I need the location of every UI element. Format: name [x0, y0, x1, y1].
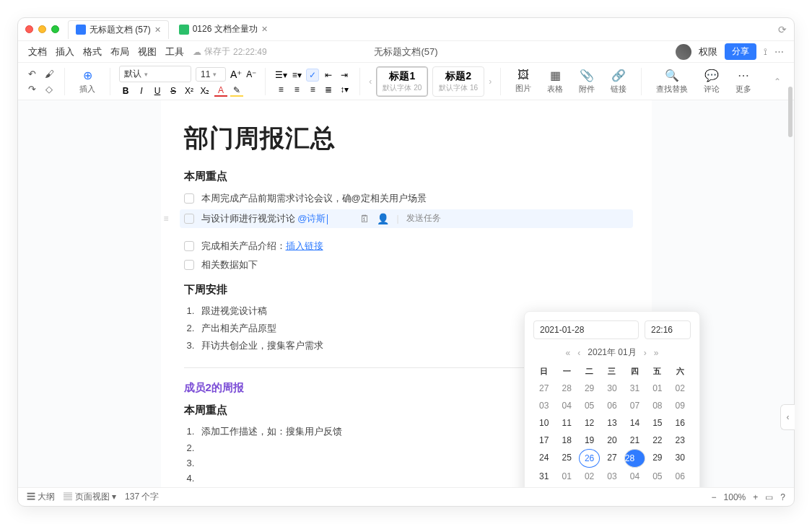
find-replace-button[interactable]: 🔍查找替换 — [650, 69, 694, 95]
calendar-day[interactable]: 24 — [533, 449, 554, 468]
calendar-day[interactable]: 25 — [556, 449, 577, 468]
indent-decrease-icon[interactable]: ⇤ — [322, 70, 335, 80]
style-prev-icon[interactable]: ‹ — [369, 77, 372, 87]
calendar-day[interactable]: 03 — [601, 468, 622, 485]
calendar-day[interactable]: 20 — [601, 432, 622, 449]
underline-button[interactable]: U — [151, 86, 164, 96]
calendar-day[interactable]: 08 — [647, 397, 668, 414]
calendar-day[interactable]: 29 — [579, 380, 600, 397]
calendar-day[interactable]: 22 — [647, 432, 668, 449]
menu-view[interactable]: 视图 — [138, 45, 157, 58]
calendar-day[interactable]: 26 — [579, 449, 600, 468]
calendar-day[interactable]: 29 — [647, 449, 668, 468]
link-button[interactable]: 🔗链接 — [605, 69, 632, 95]
indent-increase-icon[interactable]: ⇥ — [338, 70, 351, 80]
align-center-icon[interactable]: ≡ — [290, 84, 303, 95]
font-increase-icon[interactable]: A⁺ — [230, 69, 242, 80]
minimize-window[interactable] — [38, 25, 46, 33]
calendar-day[interactable]: 02 — [670, 380, 691, 397]
tab-close-icon[interactable]: ✕ — [261, 25, 268, 34]
align-left-icon[interactable]: ≡ — [274, 84, 287, 95]
menu-format[interactable]: 格式 — [83, 45, 102, 58]
calendar-day[interactable]: 15 — [647, 414, 668, 432]
calendar-day[interactable]: 12 — [579, 414, 600, 432]
assignee-icon[interactable]: 👤 — [377, 213, 389, 224]
comment-button[interactable]: 💬评论 — [698, 69, 725, 95]
style-next-icon[interactable]: › — [489, 77, 492, 87]
italic-button[interactable]: I — [135, 86, 148, 96]
more-icon[interactable]: ⋯ — [774, 46, 784, 57]
calendar-day[interactable]: 01 — [647, 380, 668, 397]
image-button[interactable]: 🖼图片 — [510, 69, 537, 94]
close-window[interactable] — [25, 25, 33, 33]
calendar-day[interactable]: 06 — [670, 468, 691, 485]
scrollbar-thumb[interactable] — [788, 87, 793, 137]
undo-icon[interactable]: ↶ — [25, 67, 38, 80]
menu-insert[interactable]: 插入 — [56, 45, 74, 58]
calendar-day[interactable]: 30 — [601, 380, 622, 397]
style-heading2[interactable]: 标题2默认字体 16 — [432, 66, 484, 97]
font-size-select[interactable]: 11▾ — [196, 67, 226, 82]
calendar-day[interactable]: 04 — [556, 397, 577, 414]
share-button[interactable]: 分享 — [725, 43, 756, 60]
tab-close-icon[interactable]: ✕ — [154, 25, 161, 35]
attachment-button[interactable]: 📎附件 — [573, 69, 601, 95]
zoom-out-icon[interactable]: − — [712, 492, 717, 502]
date-input[interactable]: 2021-01-28 — [533, 320, 639, 339]
calendar-day[interactable]: 21 — [624, 432, 645, 449]
calendar-day[interactable]: 01 — [556, 468, 577, 485]
align-justify-icon[interactable]: ≣ — [322, 84, 335, 95]
collapse-toolbar-icon[interactable]: ⌃ — [768, 77, 787, 87]
refresh-icon[interactable]: ⟳ — [778, 24, 787, 35]
calendar-day[interactable]: 17 — [533, 432, 554, 449]
highlight-button[interactable]: ✎ — [230, 85, 243, 97]
outline-toggle[interactable]: ☰ 大纲 — [27, 491, 55, 503]
calendar-day[interactable]: 28 — [556, 380, 577, 397]
menu-file[interactable]: 文档 — [28, 45, 47, 58]
checkbox[interactable] — [184, 214, 194, 224]
calendar-day[interactable]: 13 — [601, 414, 622, 432]
permissions-button[interactable]: 权限 — [699, 45, 717, 58]
side-panel-toggle[interactable]: ‹ — [780, 404, 795, 430]
calendar-day[interactable]: 18 — [556, 432, 577, 449]
more-tools-button[interactable]: ⋯更多 — [730, 69, 757, 95]
section-heading[interactable]: 下周安排 — [184, 283, 629, 297]
redo-icon[interactable]: ↷ — [25, 82, 38, 95]
feedback-icon[interactable]: ▭ — [765, 492, 773, 502]
checkbox[interactable] — [184, 193, 194, 204]
strike-button[interactable]: S — [167, 86, 180, 96]
year-next-icon[interactable]: » — [654, 348, 659, 358]
drag-handle-icon[interactable]: ≡ — [164, 214, 169, 224]
zoom-in-icon[interactable]: + — [753, 492, 758, 502]
month-prev-icon[interactable]: ‹ — [577, 348, 580, 358]
bold-button[interactable]: B — [119, 86, 132, 96]
avatar[interactable] — [676, 44, 691, 60]
help-icon[interactable]: ? — [780, 492, 785, 502]
calendar-icon[interactable]: 🗓 — [359, 213, 370, 224]
calendar-day[interactable]: 10 — [533, 414, 554, 432]
calendar-day[interactable]: 23 — [670, 432, 691, 449]
calendar-day[interactable]: 05 — [579, 397, 600, 414]
time-input[interactable]: 22:16 — [645, 320, 691, 339]
present-icon[interactable]: ⟟ — [764, 46, 767, 58]
task-item[interactable]: 完成相关产品介绍：插入链接 — [184, 237, 629, 256]
calendar-day[interactable]: 28 — [624, 449, 645, 468]
align-right-icon[interactable]: ≡ — [306, 84, 319, 95]
calendar-day[interactable]: 04 — [624, 468, 645, 485]
line-height-icon[interactable]: ↕▾ — [338, 84, 351, 95]
calendar-day[interactable]: 11 — [556, 414, 577, 432]
bullet-list-icon[interactable]: ☰▾ — [274, 70, 287, 80]
menu-tools[interactable]: 工具 — [165, 45, 184, 58]
style-heading1[interactable]: 标题1默认字体 20 — [376, 66, 428, 97]
task-item[interactable]: 相关数据如下 — [184, 256, 629, 274]
calendar-day[interactable]: 09 — [670, 397, 691, 414]
calendar-day[interactable]: 06 — [601, 397, 622, 414]
table-button[interactable]: ▦表格 — [541, 69, 569, 95]
view-mode[interactable]: ▤ 页面视图 ▾ — [64, 491, 116, 503]
calendar-day[interactable]: 30 — [670, 449, 691, 468]
maximize-window[interactable] — [51, 25, 59, 33]
calendar-day[interactable]: 31 — [624, 380, 645, 397]
number-list-icon[interactable]: ≡▾ — [290, 70, 303, 80]
send-task-button[interactable]: 发送任务 — [406, 212, 441, 224]
year-prev-icon[interactable]: « — [566, 348, 571, 358]
